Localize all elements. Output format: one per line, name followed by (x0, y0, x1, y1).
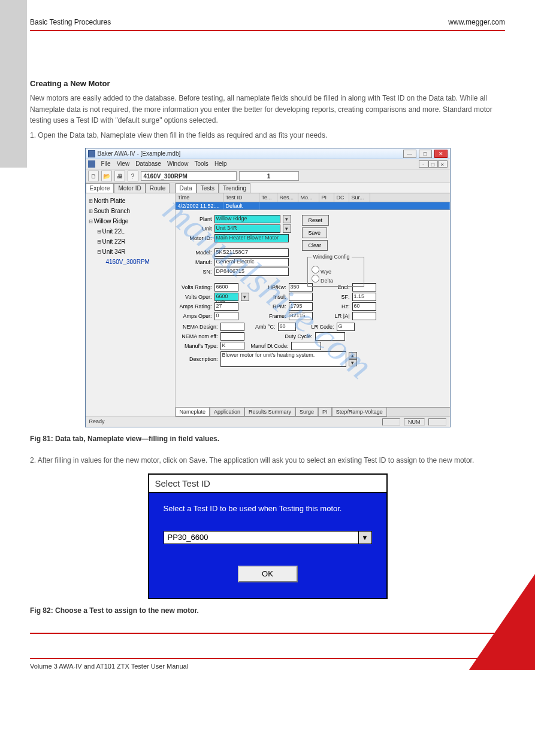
hz-field[interactable]: 60 (352, 302, 376, 311)
app-icon (88, 150, 95, 157)
reset-button[interactable]: Reset (302, 215, 330, 226)
tab-trending[interactable]: Trending (219, 183, 250, 193)
test-id-combo-arrow[interactable]: ▼ (359, 531, 372, 544)
duty-cycle-field[interactable] (315, 332, 345, 341)
delta-radio[interactable] (312, 275, 319, 283)
status-ready: Ready (89, 418, 105, 426)
statusbar: Ready NUM (86, 417, 450, 427)
tab-pi[interactable]: PI (318, 408, 332, 417)
dialog-title: Select Test ID (149, 475, 386, 493)
motor-count-field: 1 (239, 171, 299, 181)
menu-window[interactable]: Window (167, 160, 189, 168)
motor-id-field[interactable]: Main Heater Blower Motor (214, 234, 289, 242)
results-row-selected[interactable]: 4/2/2002 11:52:... Default (176, 202, 450, 210)
status-blank1 (382, 418, 400, 426)
tree-willow-ridge[interactable]: Willow Ridge (94, 218, 129, 224)
menu-database[interactable]: Database (135, 160, 161, 168)
rpm-field[interactable]: 1795 (289, 302, 313, 311)
sf-field[interactable]: 1.15 (352, 293, 376, 301)
toolbar: 🗋 📂 🖶 ? 4160V_300RPM 1 (86, 169, 450, 183)
manuf-dt-code-field[interactable] (291, 342, 321, 350)
nema-eff-field[interactable] (220, 332, 244, 341)
dialog-ok-button[interactable]: OK (238, 566, 298, 582)
corner-accent (469, 574, 535, 670)
tree-north-platte[interactable]: North Platte (94, 198, 126, 204)
wye-radio[interactable] (312, 266, 319, 274)
footer-left: Volume 3 AWA-IV and AT101 ZTX Tester Use… (30, 663, 188, 670)
doc-icon (88, 160, 95, 168)
unit-dropdown-arrow[interactable]: ▾ (283, 224, 291, 233)
mdi-close[interactable]: × (438, 160, 448, 168)
lr-a-field[interactable] (352, 312, 376, 320)
section-title: Creating a New Motor (30, 79, 505, 88)
mdi-restore[interactable]: □ (428, 160, 438, 168)
close-button[interactable]: ✕ (434, 150, 448, 158)
tree-south-branch[interactable]: South Branch (94, 208, 131, 214)
volts-oper-field[interactable]: 6600 Volt (214, 293, 238, 301)
model-field[interactable]: 5KS21158C7 (214, 248, 289, 257)
tab-application[interactable]: Application (210, 408, 244, 417)
tree-unit-22l[interactable]: Unit 22L (102, 228, 125, 235)
winding-config-group: Winding Config Wye Delta (307, 257, 364, 287)
clear-button[interactable]: Clear (302, 240, 328, 251)
header-left: Basic Testing Procedures (30, 18, 111, 26)
menu-help[interactable]: Help (214, 160, 227, 168)
motor-name-field: 4160V_300RPM (141, 171, 237, 181)
save-button[interactable]: Save (302, 227, 328, 238)
menu-file[interactable]: File (101, 160, 111, 168)
figure-82-caption: Fig 82: Choose a Test to assign to the n… (30, 606, 505, 615)
tab-route[interactable]: Route (146, 183, 170, 193)
tree-unit-34r[interactable]: Unit 34R (102, 248, 126, 255)
tree-unit-22r[interactable]: Unit 22R (102, 238, 126, 245)
select-test-id-dialog: Select Test ID Select a Test ID to be us… (148, 473, 388, 599)
lr-code-field[interactable]: G (337, 323, 355, 331)
tab-surge[interactable]: Surge (295, 408, 318, 417)
awa-app-window: manualshive.com Baker AWA-IV - [Example.… (85, 148, 451, 427)
step-1: 1. Open the Data tab, Nameplate view the… (30, 130, 505, 141)
tab-motor-id[interactable]: Motor ID (114, 183, 145, 193)
tab-nameplate[interactable]: Nameplate (176, 408, 210, 417)
desc-scroll-up[interactable]: ▴ (349, 352, 357, 359)
dialog-message: Select a Test ID to be used when Testing… (164, 504, 372, 513)
description-field[interactable]: Blower motor for unit's heating system. (220, 351, 346, 367)
nema-design-field[interactable] (220, 323, 244, 331)
amps-oper-field[interactable]: 0 (214, 312, 238, 320)
left-pane: Explore Motor ID Route ⊞North Platte ⊞So… (86, 183, 176, 417)
amb-c-field[interactable]: 60 (278, 323, 296, 331)
new-button[interactable]: 🗋 (88, 171, 99, 181)
tab-step-ramp[interactable]: Step/Ramp-Voltage (332, 408, 387, 417)
menu-tools[interactable]: Tools (195, 160, 208, 168)
unit-field[interactable]: Unit 34R (214, 224, 280, 233)
nameplate-form: PlantWillow Ridge▾ UnitUnit 34R▾ Motor I… (176, 210, 450, 407)
tab-results-summary[interactable]: Results Summary (244, 408, 295, 417)
tree-view[interactable]: ⊞North Platte ⊞South Branch ⊟Willow Ridg… (86, 193, 175, 269)
test-id-combo[interactable]: PP30_6600 (164, 531, 359, 544)
header-right: www.megger.com (448, 18, 505, 26)
tree-leaf-motor[interactable]: 4160V_300RPM (106, 259, 150, 265)
manufs-type-field[interactable]: K (220, 342, 244, 350)
insul-field[interactable] (289, 293, 313, 301)
plant-field[interactable]: Willow Ridge (214, 215, 280, 223)
maximize-button[interactable]: □ (419, 150, 432, 158)
tab-data[interactable]: Data (176, 183, 197, 193)
manuf-field[interactable]: General Electric (214, 258, 289, 266)
status-num: NUM (404, 418, 425, 426)
menu-view[interactable]: View (117, 160, 130, 168)
menubar: File View Database Window Tools Help - □… (86, 159, 450, 169)
sn-field[interactable]: DP8406715 (214, 268, 289, 276)
desc-scroll-down[interactable]: ▾ (349, 359, 357, 366)
plant-dropdown-arrow[interactable]: ▾ (283, 215, 291, 223)
volts-rating-field[interactable]: 6600 (214, 283, 238, 292)
tab-tests[interactable]: Tests (197, 183, 219, 193)
help-button[interactable]: ? (128, 171, 138, 181)
minimize-button[interactable]: — (403, 150, 416, 158)
open-button[interactable]: 📂 (101, 171, 112, 181)
titlebar-text: Baker AWA-IV - [Example.mdb] (98, 150, 181, 157)
mdi-minimize[interactable]: - (419, 160, 428, 168)
frame-field[interactable]: 82115 (289, 312, 313, 320)
volts-oper-dropdown-arrow[interactable]: ▾ (241, 293, 249, 301)
amps-rating-field[interactable]: 27 (214, 302, 238, 311)
step-2: 2. After filling in values for the new m… (30, 455, 505, 466)
tab-explore[interactable]: Explore (86, 183, 114, 193)
print-button[interactable]: 🖶 (114, 171, 125, 181)
